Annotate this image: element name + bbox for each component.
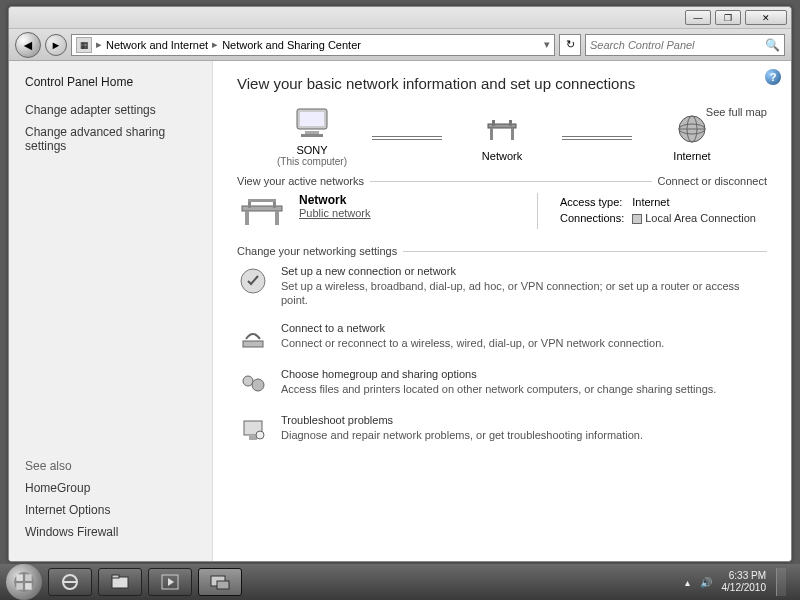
connect-disconnect-link[interactable]: Connect or disconnect [658,175,767,187]
access-type-value: Internet [632,195,762,209]
see-full-map-link[interactable]: See full map [706,106,767,118]
network-icon [482,112,522,146]
show-desktop-button[interactable] [776,568,786,596]
svg-marker-35 [168,578,174,586]
task-connect-network[interactable]: Connect to a network Connect or reconnec… [237,322,767,354]
svg-rect-15 [275,211,279,225]
active-networks-row: View your active networks Connect or dis… [237,175,767,187]
sidebar: Control Panel Home Change adapter settin… [9,61,213,561]
svg-point-22 [252,379,264,391]
taskbar: ▴ 🔊 6:33 PM 4/12/2010 [0,564,800,600]
svg-point-25 [256,431,264,439]
svg-point-21 [243,376,253,386]
change-settings-heading: Change your networking settings [237,245,767,257]
map-node-network[interactable]: Network [442,112,562,162]
windows-firewall-link[interactable]: Windows Firewall [25,525,196,539]
svg-rect-7 [492,120,495,126]
task-desc: Access files and printers located on oth… [281,382,716,396]
chevron-right-icon: ▸ [210,38,220,51]
network-block: Network Public network Access type: Inte… [237,193,767,229]
navbar: ◄ ► ▦ ▸ Network and Internet ▸ Network a… [9,29,791,61]
access-type-label: Access type: [560,195,630,209]
chevron-right-icon: ▸ [94,38,104,51]
svg-rect-6 [511,128,514,140]
network-type-link[interactable]: Public network [299,207,371,219]
task-desc: Set up a wireless, broadband, dial-up, a… [281,279,767,308]
breadcrumb-item[interactable]: Network and Internet [106,39,208,51]
help-icon[interactable]: ? [765,69,781,85]
body: Control Panel Home Change adapter settin… [9,61,791,561]
node-label: Network [442,150,562,162]
dropdown-icon[interactable]: ▾ [544,38,550,51]
node-label: SONY [252,144,372,156]
svg-rect-17 [273,201,276,208]
forward-button[interactable]: ► [45,34,67,56]
map-connector [372,132,442,142]
svg-rect-16 [248,201,251,208]
connections-label: Connections: [560,211,630,225]
svg-rect-8 [509,120,512,126]
task-setup-connection[interactable]: Set up a new connection or network Set u… [237,265,767,308]
computer-icon [292,106,332,140]
svg-rect-5 [490,128,493,140]
svg-rect-32 [112,577,128,588]
troubleshoot-icon [237,414,269,446]
maximize-button[interactable]: ❐ [715,10,741,25]
back-button[interactable]: ◄ [15,32,41,58]
map-connector [562,132,632,142]
change-adapter-link[interactable]: Change adapter settings [25,103,196,117]
active-networks-label: View your active networks [237,175,364,187]
map-node-pc[interactable]: SONY (This computer) [252,106,372,167]
svg-rect-27 [16,574,23,581]
ethernet-icon [632,214,642,224]
node-sublabel: (This computer) [252,156,372,167]
main-content: ? View your basic network information an… [213,61,791,561]
clock-time: 6:33 PM [722,570,767,582]
system-tray: ▴ 🔊 6:33 PM 4/12/2010 [685,568,795,596]
svg-rect-30 [25,583,32,590]
clock[interactable]: 6:33 PM 4/12/2010 [722,570,767,594]
tray-expand-icon[interactable]: ▴ [685,577,690,588]
network-details: Access type: Internet Connections: Local… [537,193,767,229]
task-desc: Connect or reconnect to a wireless, wire… [281,336,664,350]
address-bar[interactable]: ▦ ▸ Network and Internet ▸ Network and S… [71,34,555,56]
network-map: See full map SONY (This computer) Networ… [237,106,767,167]
taskbar-explorer-button[interactable] [98,568,142,596]
change-sharing-link[interactable]: Change advanced sharing settings [25,125,196,153]
start-button[interactable] [6,564,42,600]
task-title: Set up a new connection or network [281,265,767,277]
map-node-internet[interactable]: Internet [632,112,752,162]
volume-icon[interactable]: 🔊 [700,577,712,588]
task-title: Troubleshoot problems [281,414,643,426]
taskbar-control-panel-button[interactable] [198,568,242,596]
task-troubleshoot[interactable]: Troubleshoot problems Diagnose and repai… [237,414,767,446]
taskbar-media-button[interactable] [148,568,192,596]
homegroup-icon [237,368,269,400]
taskbar-ie-button[interactable] [48,568,92,596]
minimize-button[interactable]: — [685,10,711,25]
search-input[interactable] [590,39,765,51]
refresh-button[interactable]: ↻ [559,34,581,56]
svg-rect-37 [217,581,229,589]
titlebar: — ❐ ✕ [9,7,791,29]
task-title: Connect to a network [281,322,664,334]
homegroup-link[interactable]: HomeGroup [25,481,196,495]
svg-rect-20 [243,341,263,347]
connection-link[interactable]: Local Area Connection [645,212,756,224]
network-name: Network [299,193,371,207]
close-button[interactable]: ✕ [745,10,787,25]
control-panel-home-link[interactable]: Control Panel Home [25,75,196,89]
breadcrumb-item[interactable]: Network and Sharing Center [222,39,361,51]
network-category-icon [237,193,287,229]
see-also-heading: See also [25,459,196,473]
task-homegroup[interactable]: Choose homegroup and sharing options Acc… [237,368,767,400]
task-desc: Diagnose and repair network problems, or… [281,428,643,442]
connect-network-icon [237,322,269,354]
internet-options-link[interactable]: Internet Options [25,503,196,517]
task-title: Choose homegroup and sharing options [281,368,716,380]
setup-connection-icon [237,265,269,297]
control-panel-icon: ▦ [76,37,92,53]
svg-rect-29 [16,583,23,590]
search-box[interactable]: 🔍 [585,34,785,56]
svg-rect-18 [248,199,276,202]
